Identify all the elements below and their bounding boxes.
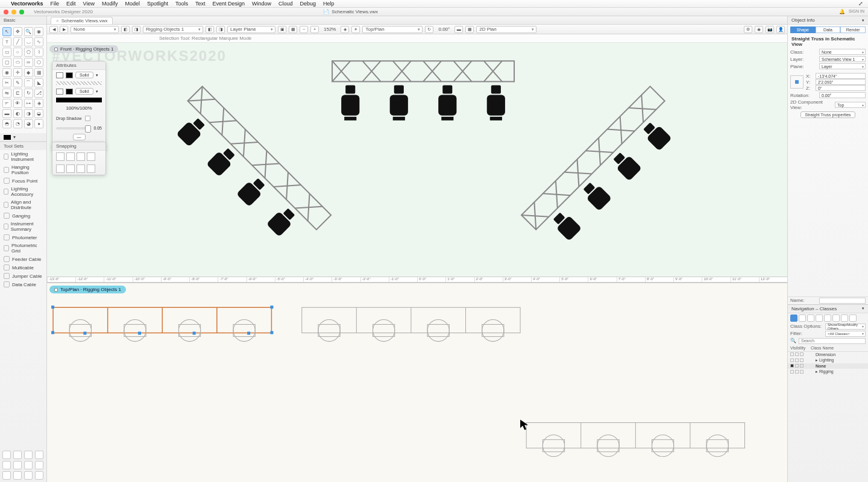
toolset-item[interactable]: Data Cable (0, 280, 46, 289)
toolset-cat[interactable] (13, 471, 22, 480)
misc-tool-f[interactable]: ◕ (24, 119, 33, 128)
snap-edge-icon[interactable] (77, 164, 85, 173)
palette-options-icon[interactable]: ▾ (862, 306, 864, 311)
tab-data[interactable]: Data (816, 27, 841, 33)
menu-model[interactable]: Model (125, 1, 140, 7)
toolset-cat[interactable] (24, 461, 33, 469)
notifications-icon[interactable]: 🔔 (839, 9, 845, 14)
flyover-tool[interactable]: ◉ (34, 27, 43, 36)
2d-reshape-tool[interactable]: ◆ (24, 68, 33, 77)
toolset-cat[interactable] (35, 451, 43, 459)
class-dropdown[interactable]: None (71, 26, 119, 33)
toolset-item[interactable]: Focus Point (0, 177, 46, 185)
toolset-item[interactable]: Hanging Position (0, 163, 46, 177)
mirror-tool[interactable]: ⇋ (2, 89, 11, 98)
menu-edit[interactable]: Edit (66, 1, 76, 7)
app-name[interactable]: Vectorworks (11, 1, 43, 7)
snap-tangent-icon[interactable] (87, 164, 95, 173)
layer-vis-icon[interactable]: ◨ (216, 26, 225, 33)
clip-tool[interactable]: ✂ (2, 78, 11, 87)
zoom-out-icon[interactable]: − (300, 26, 308, 33)
toolset-cat[interactable] (24, 471, 33, 480)
class-row[interactable]: ▸ Rigging (788, 369, 868, 375)
chevron-down-icon[interactable]: ▾ (96, 73, 98, 78)
class-options-dropdown[interactable]: Show/Snap/Modify Others (825, 324, 866, 330)
misc-tool-g[interactable]: ● (34, 119, 43, 128)
back-button[interactable]: ◀ (49, 26, 58, 33)
snap-distance-icon[interactable] (66, 164, 75, 173)
chevron-down-icon[interactable]: ▾ (13, 134, 16, 140)
misc-tool-b[interactable]: ◑ (24, 109, 33, 118)
view-cube-icon[interactable]: ◈ (341, 26, 349, 33)
menu-file[interactable]: File (51, 1, 60, 7)
line-endmarker-button[interactable]: — (73, 134, 86, 140)
polygon-tool[interactable]: ⬠ (24, 48, 33, 57)
pen-swatch[interactable] (56, 89, 63, 95)
forward-button[interactable]: ▶ (60, 26, 68, 33)
toolset-item[interactable]: Align and Distribute (0, 198, 46, 211)
menu-help[interactable]: Help (323, 1, 335, 7)
chevron-down-icon[interactable]: ▾ (96, 89, 98, 94)
obj-plane-dropdown[interactable]: Layer (819, 63, 866, 69)
toolset-cat[interactable] (24, 451, 33, 459)
obj-properties-button[interactable]: Straight Truss properties (800, 111, 855, 118)
display-settings-icon[interactable]: ◉ (755, 26, 763, 33)
tab-render[interactable]: Render (840, 27, 866, 33)
menu-view[interactable]: View (83, 1, 95, 7)
menu-window[interactable]: Window (252, 1, 271, 7)
fit-objects-icon[interactable]: ▦ (289, 26, 297, 33)
multiview-icon[interactable]: ▦ (465, 26, 474, 33)
nav-saved-views-button[interactable] (824, 315, 831, 322)
regular-polygon-tool[interactable]: ⬡ (34, 58, 43, 67)
wall-tool[interactable]: ▬ (2, 109, 11, 118)
toolset-item[interactable]: Jumper Cable (0, 272, 46, 280)
viewport-front[interactable]: #VECTORWORKS2020 Front · Rigging Objects… (47, 43, 787, 277)
standard-view-dropdown[interactable]: Top/Plan (362, 26, 423, 33)
snap-object-icon[interactable] (66, 152, 75, 161)
snap-intersect-icon[interactable] (87, 152, 95, 161)
menu-text[interactable]: Text (195, 1, 206, 7)
obj-layer-dropdown[interactable]: Schematic View 1 (819, 56, 866, 62)
spiral-tool[interactable]: ◉ (2, 68, 11, 77)
nav-refresh-button[interactable] (849, 315, 857, 322)
class-search-input[interactable] (799, 338, 866, 344)
camera-icon[interactable]: 📷 (766, 26, 774, 33)
palette-options-icon[interactable]: ▾ (862, 18, 864, 23)
connect-tool[interactable]: ⊶ (24, 99, 33, 108)
toolset-item[interactable]: Lighting Accessory (0, 185, 46, 198)
toolset-cat[interactable] (35, 471, 43, 480)
class-filter-dropdown[interactable]: <All Classes> (825, 331, 866, 337)
oval-tool[interactable]: ⬭ (13, 58, 22, 67)
minimize-window-button[interactable] (11, 10, 16, 14)
tab-shape[interactable]: Shape (790, 27, 816, 33)
offset-tool[interactable]: ⊏ (13, 89, 22, 98)
fill-swatch[interactable] (56, 72, 63, 78)
attributes-palette[interactable]: Attributes Solid ▾ Solid ▾ (52, 61, 106, 151)
toolset-cat[interactable] (35, 461, 43, 469)
circle-tool[interactable]: ○ (13, 48, 22, 57)
toolset-item[interactable]: Ganging (0, 211, 46, 220)
locus-tool[interactable]: ✛ (13, 68, 22, 77)
toolset-item[interactable]: Lighting Instrument (0, 150, 46, 163)
nav-sheets-button[interactable] (807, 315, 814, 322)
polyline-tool[interactable]: ⌇ (34, 48, 43, 57)
drop-shadow-checkbox[interactable] (85, 116, 90, 121)
rotate-tool[interactable]: ↻ (24, 89, 33, 98)
close-window-button[interactable] (4, 10, 8, 14)
plane-dropdown[interactable]: Layer Plane (227, 26, 275, 33)
chamfer-tool[interactable]: ◣ (34, 78, 43, 87)
toolset-cat[interactable] (2, 451, 11, 459)
menu-modify[interactable]: Modify (102, 1, 118, 7)
obj-y-field[interactable]: 2'2.093" (816, 79, 866, 85)
heliodon-icon[interactable]: ☀ (351, 26, 360, 33)
zoom-value[interactable]: 152% (321, 27, 338, 32)
menu-event-design[interactable]: Event Design (213, 1, 245, 7)
snap-smart-icon[interactable] (56, 164, 64, 173)
misc-tool-e[interactable]: ◔ (13, 119, 22, 128)
pen-color-swatch[interactable] (66, 89, 73, 95)
toolset-cat[interactable] (13, 461, 22, 469)
signin-button[interactable]: SIGN IN (849, 9, 864, 14)
snap-grid-icon[interactable] (56, 152, 64, 161)
nav-more-button[interactable] (841, 315, 848, 322)
line-tool[interactable]: ╱ (13, 37, 22, 46)
